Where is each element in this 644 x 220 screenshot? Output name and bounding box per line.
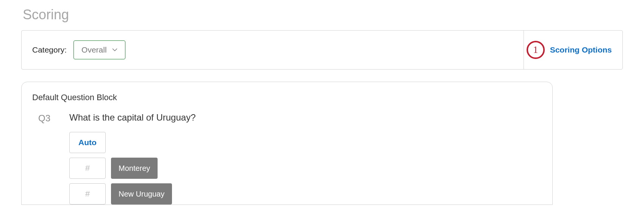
choice-row: Monterey	[69, 158, 542, 179]
category-label: Category:	[32, 45, 67, 54]
category-controls: Category: Overall	[32, 40, 125, 59]
category-select-value: Overall	[81, 45, 107, 54]
question-id: Q3	[32, 112, 53, 124]
question-choices: Monterey New Uruguay	[69, 158, 542, 205]
question-block-title: Default Question Block	[32, 93, 542, 102]
question-text: What is the capital of Uruguay?	[69, 112, 542, 123]
question-row: Q3 What is the capital of Uruguay? Auto …	[32, 112, 542, 205]
choice-row: New Uruguay	[69, 183, 542, 205]
scoring-options-group: 1 Scoring Options	[527, 31, 612, 69]
chevron-down-icon	[112, 48, 117, 52]
scoring-options-link[interactable]: Scoring Options	[550, 45, 612, 54]
choice-score-input[interactable]	[69, 158, 106, 179]
question-body: What is the capital of Uruguay? Auto Mon…	[69, 112, 542, 205]
page-title: Scoring	[23, 7, 623, 23]
choice-chip[interactable]: Monterey	[111, 158, 158, 179]
category-panel: Category: Overall 1 Scoring Options	[21, 30, 623, 70]
choice-score-input[interactable]	[69, 183, 106, 205]
question-block-panel: Default Question Block Q3 What is the ca…	[21, 82, 553, 205]
choice-chip[interactable]: New Uruguay	[111, 183, 172, 205]
auto-score-button[interactable]: Auto	[69, 132, 106, 153]
category-select[interactable]: Overall	[73, 40, 125, 59]
callout-step-1: 1	[527, 41, 545, 59]
